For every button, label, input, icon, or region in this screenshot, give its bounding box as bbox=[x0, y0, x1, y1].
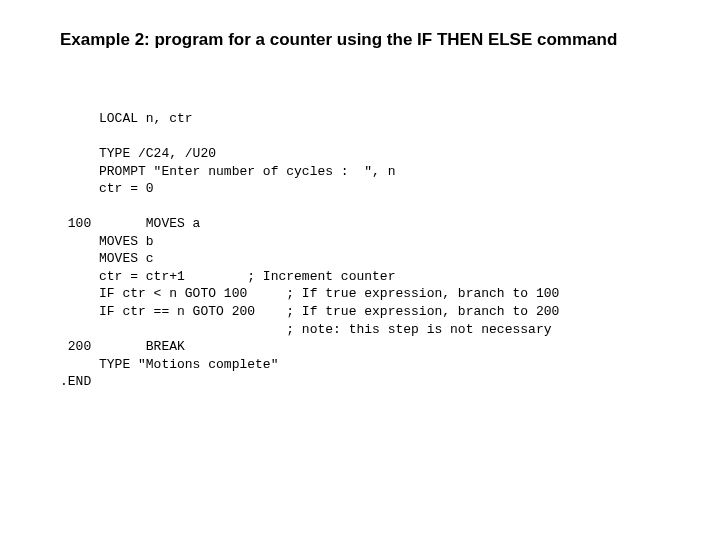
code-listing: LOCAL n, ctr TYPE /C24, /U20 PROMPT "Ent… bbox=[60, 110, 559, 391]
code-line: ctr = ctr+1 ; Increment counter bbox=[60, 269, 395, 284]
code-line: ; note: this step is not necessary bbox=[60, 322, 551, 337]
code-line: LOCAL n, ctr bbox=[60, 111, 193, 126]
code-line: TYPE "Motions complete" bbox=[60, 357, 278, 372]
code-line: ctr = 0 bbox=[60, 181, 154, 196]
page: Example 2: program for a counter using t… bbox=[0, 0, 720, 540]
code-line: 200 BREAK bbox=[60, 339, 185, 354]
code-line: TYPE /C24, /U20 bbox=[60, 146, 216, 161]
code-line: 100 MOVES a bbox=[60, 216, 200, 231]
code-line: MOVES c bbox=[60, 251, 154, 266]
code-line: IF ctr < n GOTO 100 ; If true expression… bbox=[60, 286, 559, 301]
code-line: MOVES b bbox=[60, 234, 154, 249]
code-line: IF ctr == n GOTO 200 ; If true expressio… bbox=[60, 304, 559, 319]
example-title: Example 2: program for a counter using t… bbox=[60, 30, 617, 50]
code-line: .END bbox=[60, 374, 91, 389]
code-line: PROMPT "Enter number of cycles : ", n bbox=[60, 164, 395, 179]
